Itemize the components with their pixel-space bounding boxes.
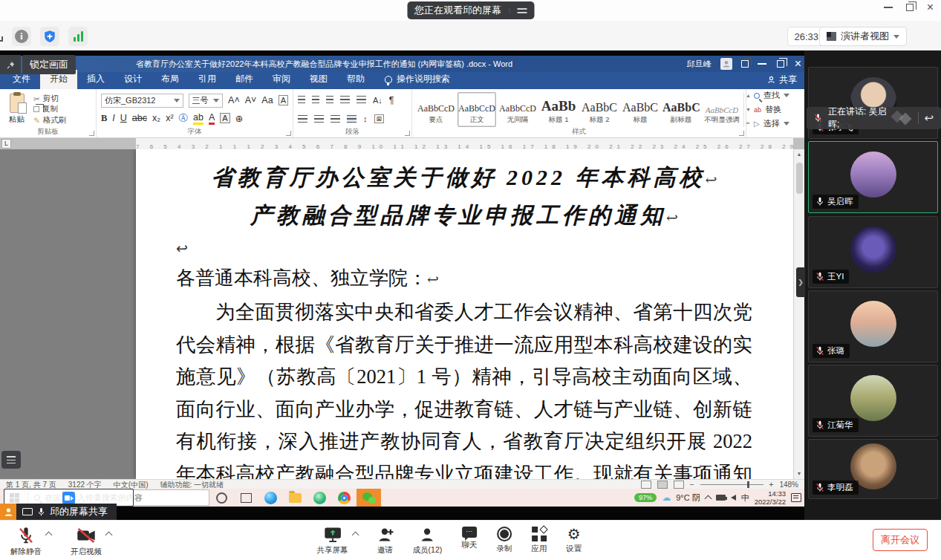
record-button[interactable]: 录制: [496, 527, 512, 556]
numbering-icon[interactable]: [312, 96, 319, 104]
align-center-icon[interactable]: [314, 115, 324, 123]
participant-tile[interactable]: 张璐: [808, 290, 938, 362]
sharer-badge[interactable]: [0, 504, 16, 520]
user-avatar[interactable]: [720, 58, 732, 70]
tab-insert[interactable]: 插入: [77, 70, 114, 89]
participant-tile[interactable]: 李明磊: [808, 439, 938, 499]
edge-button[interactable]: [258, 489, 283, 507]
settings-button[interactable]: ⚙ 设置: [566, 527, 582, 556]
tab-layout[interactable]: 布局: [152, 70, 189, 89]
pin-screen-control[interactable]: 锁定画面: [0, 55, 76, 74]
cut-button[interactable]: ✂剪切: [33, 94, 66, 104]
style-heading2[interactable]: AaBbC标题 2: [580, 92, 619, 127]
style-subtitle[interactable]: AaBbC副标题: [662, 92, 700, 127]
shrink-font-button[interactable]: A˅: [245, 95, 257, 105]
invite-button[interactable]: 邀请: [377, 527, 394, 556]
task-view-button[interactable]: [234, 489, 258, 507]
char-border-button[interactable]: A: [279, 95, 288, 105]
fullscreen-button[interactable]: [0, 28, 3, 42]
file-explorer-button[interactable]: [283, 489, 307, 507]
video-options-icon[interactable]: [105, 532, 113, 539]
participant-tile[interactable]: 王YI: [808, 216, 938, 288]
word-minimize-icon[interactable]: [758, 63, 766, 65]
paste-button[interactable]: 粘贴: [4, 92, 29, 127]
multilevel-list-icon[interactable]: [326, 96, 333, 104]
grow-font-button[interactable]: A˄: [228, 95, 240, 105]
shading-button[interactable]: A: [220, 113, 229, 123]
close-icon[interactable]: ×: [927, 3, 934, 12]
tray-expand-icon[interactable]: [704, 495, 712, 503]
format-painter-button[interactable]: ✎格式刷: [33, 115, 66, 126]
align-left-icon[interactable]: [298, 115, 307, 123]
tell-me-search[interactable]: 操作说明搜索: [385, 73, 450, 89]
align-right-icon[interactable]: [331, 115, 340, 123]
weather-widget[interactable]: 9°C 阴: [676, 492, 700, 504]
strikethrough-button[interactable]: abc: [132, 113, 147, 123]
style-subtle-emphasis[interactable]: AaBbCcD不明显强调: [703, 92, 741, 127]
network-signal-icon[interactable]: [68, 27, 88, 46]
unmute-button[interactable]: 解除静音: [10, 527, 42, 557]
text-effects-button[interactable]: Ⓐ: [179, 112, 189, 125]
cortana-button[interactable]: [209, 489, 234, 507]
enclose-char-button[interactable]: ⊕: [235, 113, 243, 124]
italic-button[interactable]: I: [112, 113, 114, 123]
find-button[interactable]: 查找: [754, 90, 789, 101]
change-case-button[interactable]: Aa: [261, 95, 273, 105]
share-screen-button[interactable]: 共享屏幕: [317, 527, 348, 556]
highlight-button[interactable]: ab: [193, 112, 203, 125]
tab-mailings[interactable]: 邮件: [226, 70, 263, 89]
paragraph-dialog-launcher[interactable]: [405, 131, 410, 136]
tab-review[interactable]: 审阅: [263, 70, 300, 89]
tab-help[interactable]: 帮助: [337, 70, 374, 89]
font-color-button[interactable]: A: [209, 112, 215, 125]
tab-references[interactable]: 引用: [189, 70, 226, 89]
unmute-options-icon[interactable]: [45, 532, 53, 539]
minimize-icon[interactable]: [884, 7, 893, 8]
tab-design[interactable]: 设计: [114, 70, 152, 89]
members-button[interactable]: 成员(12): [413, 527, 443, 556]
reply-arrow-icon[interactable]: ↩: [924, 111, 934, 125]
floating-list-button[interactable]: [1, 451, 21, 469]
sidebar-collapse-handle[interactable]: ❯: [796, 267, 805, 297]
pilcrow-icon[interactable]: ¶: [389, 95, 394, 105]
select-button[interactable]: ▷选择: [754, 118, 789, 129]
style-heading1[interactable]: AaBb标题 1: [539, 92, 578, 127]
subscript-button[interactable]: x₂: [152, 113, 160, 123]
borders-icon[interactable]: ⊞: [374, 114, 385, 123]
vertical-scrollbar[interactable]: ▲ ▼: [793, 149, 804, 479]
web-layout-icon[interactable]: [674, 481, 684, 489]
font-dialog-launcher[interactable]: [286, 131, 291, 136]
zoom-slider[interactable]: [700, 484, 763, 485]
zoom-level[interactable]: 148%: [779, 481, 798, 489]
speaker-icon[interactable]: [731, 495, 736, 501]
ribbon-display-options-icon[interactable]: [741, 60, 749, 68]
wechat-button[interactable]: [356, 489, 381, 507]
scroll-up-icon[interactable]: ▲: [797, 149, 802, 160]
battery-icon[interactable]: [716, 495, 726, 501]
participant-tile-speaking[interactable]: 吴启晖: [808, 141, 938, 213]
word-close-icon[interactable]: ×: [795, 59, 801, 68]
replace-button[interactable]: ab替换: [754, 104, 789, 115]
chat-button[interactable]: ··· 聊天: [461, 527, 477, 556]
justify-icon[interactable]: [347, 115, 356, 123]
zoom-in-icon[interactable]: +: [769, 481, 774, 489]
security-shield-icon[interactable]: [40, 27, 59, 46]
read-mode-icon[interactable]: [641, 481, 651, 489]
clock[interactable]: 14:33 2022/3/22: [755, 489, 786, 506]
decrease-indent-icon[interactable]: [340, 96, 350, 104]
style-normal[interactable]: AaBbCcDd正文: [458, 92, 496, 127]
sort-icon[interactable]: A↓: [373, 96, 382, 105]
chrome-button[interactable]: [332, 489, 356, 507]
word-share-button[interactable]: 共享: [767, 74, 797, 86]
meeting-info-button[interactable]: i: [12, 27, 31, 46]
tab-stop-selector[interactable]: L: [1, 139, 11, 149]
leave-meeting-button[interactable]: 离开会议: [873, 529, 928, 551]
start-video-button[interactable]: 开启视频: [71, 527, 102, 557]
ime-indicator[interactable]: 中: [741, 492, 749, 504]
word-restore-icon[interactable]: [777, 60, 784, 68]
tab-view[interactable]: 视图: [300, 70, 337, 89]
participant-tile[interactable]: 江菊华: [808, 365, 938, 437]
style-yaodian[interactable]: AaBbCcD要点: [417, 92, 455, 127]
zoom-out-icon[interactable]: −: [690, 481, 694, 489]
line-spacing-icon[interactable]: ↕: [363, 114, 368, 123]
